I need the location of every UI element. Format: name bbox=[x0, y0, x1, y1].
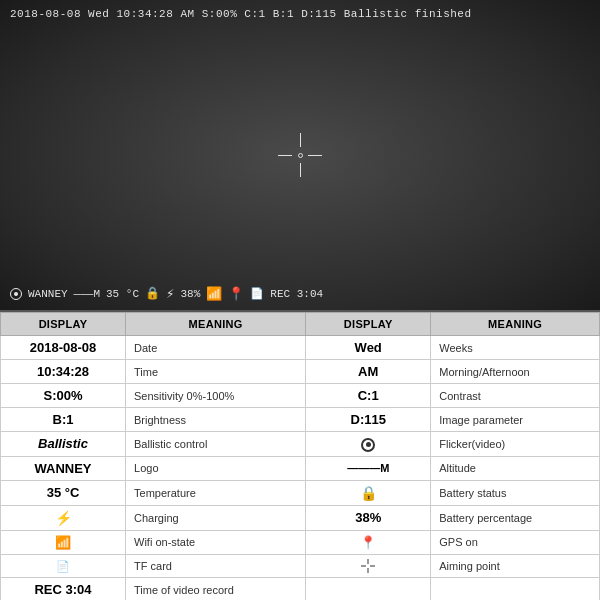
meaning-s00: Sensitivity 0%-100% bbox=[126, 384, 306, 408]
display-am: AM bbox=[306, 360, 431, 384]
crosshair-bottom bbox=[300, 163, 301, 177]
flicker-icon bbox=[361, 438, 375, 452]
th-display2: DISPLAY bbox=[306, 313, 431, 336]
hud-temp: 35 °C bbox=[106, 288, 139, 300]
display-rec: REC 3:04 bbox=[1, 578, 126, 600]
display-c1: C:1 bbox=[306, 384, 431, 408]
meaning-time: Time bbox=[126, 360, 306, 384]
display-temp: 35 °C bbox=[1, 480, 126, 505]
wifi-icon: 📶 bbox=[55, 535, 71, 550]
display-empty bbox=[306, 578, 431, 600]
display-flicker bbox=[306, 432, 431, 457]
meaning-tf: TF card bbox=[126, 554, 306, 578]
gps-icon: 📍 bbox=[360, 535, 376, 550]
meaning-d115: Image parameter bbox=[431, 408, 600, 432]
viewfinder: 2018-08-08 Wed 10:34:28 AM S:00% C:1 B:1… bbox=[0, 0, 600, 310]
display-b1: B:1 bbox=[1, 408, 126, 432]
display-d115: D:115 bbox=[306, 408, 431, 432]
display-s00: S:00% bbox=[1, 384, 126, 408]
crosshair-top bbox=[300, 133, 301, 147]
meaning-wanney: Logo bbox=[126, 456, 306, 480]
table-row: 📄 TF card Aiming point bbox=[1, 554, 600, 578]
table-row: 35 °C Temperature 🔒 Battery status bbox=[1, 480, 600, 505]
hud-wifi-icon: 📶 bbox=[206, 286, 222, 302]
table-row: S:00% Sensitivity 0%-100% C:1 Contrast bbox=[1, 384, 600, 408]
table-header-row: DISPLAY MEANING DISPLAY MEANING bbox=[1, 313, 600, 336]
display-gps-icon: 📍 bbox=[306, 530, 431, 554]
meaning-wifi: Wifi on-state bbox=[126, 530, 306, 554]
th-meaning2: MEANING bbox=[431, 313, 600, 336]
display-wanney: WANNEY bbox=[1, 456, 126, 480]
display-altitude: ———M bbox=[306, 456, 431, 480]
charge-icon: ⚡ bbox=[55, 510, 72, 526]
display-tf-icon: 📄 bbox=[1, 554, 126, 578]
meaning-empty bbox=[431, 578, 600, 600]
meaning-altitude: Altitude bbox=[431, 456, 600, 480]
display-time: 10:34:28 bbox=[1, 360, 126, 384]
aiming-point-icon bbox=[361, 559, 375, 573]
crosshair-center bbox=[298, 153, 303, 158]
meaning-temp: Temperature bbox=[126, 480, 306, 505]
table-row: REC 3:04 Time of video record bbox=[1, 578, 600, 600]
hud-battery-pct: 38% bbox=[180, 288, 200, 300]
meaning-am: Morning/Afternoon bbox=[431, 360, 600, 384]
meaning-date: Date bbox=[126, 336, 306, 360]
hud-gps-icon: 📍 bbox=[228, 286, 244, 302]
hud-circle-icon bbox=[10, 288, 22, 300]
hud-separator: ———M bbox=[74, 288, 100, 300]
display-charge-icon: ⚡ bbox=[1, 505, 126, 530]
info-table: DISPLAY MEANING DISPLAY MEANING 2018-08-… bbox=[0, 312, 600, 600]
table-row: 10:34:28 Time AM Morning/Afternoon bbox=[1, 360, 600, 384]
th-meaning1: MEANING bbox=[126, 313, 306, 336]
meaning-c1: Contrast bbox=[431, 384, 600, 408]
table-row: WANNEY Logo ———M Altitude bbox=[1, 456, 600, 480]
display-battery-icon: 🔒 bbox=[306, 480, 431, 505]
display-date: 2018-08-08 bbox=[1, 336, 126, 360]
display-wifi-icon: 📶 bbox=[1, 530, 126, 554]
display-38pct: 38% bbox=[306, 505, 431, 530]
hud-bottom-bar: WANNEY ———M 35 °C 🔒 ⚡ 38% 📶 📍 📄 REC 3:04 bbox=[10, 285, 590, 302]
hud-top-text: 2018-08-08 Wed 10:34:28 AM S:00% C:1 B:1… bbox=[10, 8, 472, 20]
meaning-ballistic: Ballistic control bbox=[126, 432, 306, 457]
crosshair-right bbox=[308, 155, 322, 156]
crosshair-left bbox=[278, 155, 292, 156]
table-row: 📶 Wifi on-state 📍 GPS on bbox=[1, 530, 600, 554]
hud-battery-icon: 🔒 bbox=[145, 286, 160, 301]
hud-top-bar: 2018-08-08 Wed 10:34:28 AM S:00% C:1 B:1… bbox=[10, 8, 472, 20]
meaning-gps: GPS on bbox=[431, 530, 600, 554]
display-wed: Wed bbox=[306, 336, 431, 360]
th-display1: DISPLAY bbox=[1, 313, 126, 336]
table-row: ⚡ Charging 38% Battery percentage bbox=[1, 505, 600, 530]
hud-tf-icon: 📄 bbox=[250, 287, 264, 300]
meaning-battery: Battery status bbox=[431, 480, 600, 505]
hud-circle-dot bbox=[14, 292, 18, 296]
meaning-b1: Brightness bbox=[126, 408, 306, 432]
display-crosshair-small bbox=[306, 554, 431, 578]
meaning-38pct: Battery percentage bbox=[431, 505, 600, 530]
hud-rec: REC 3:04 bbox=[270, 288, 323, 300]
hud-logo: WANNEY bbox=[28, 288, 68, 300]
meaning-aiming: Aiming point bbox=[431, 554, 600, 578]
battery-icon: 🔒 bbox=[360, 485, 377, 501]
table-row: Ballistic Ballistic control Flicker(vide… bbox=[1, 432, 600, 457]
display-ballistic: Ballistic bbox=[1, 432, 126, 457]
hud-charge-icon: ⚡ bbox=[166, 285, 174, 302]
meaning-rec: Time of video record bbox=[126, 578, 306, 600]
meaning-charging: Charging bbox=[126, 505, 306, 530]
table-row: 2018-08-08 Date Wed Weeks bbox=[1, 336, 600, 360]
info-table-section: DISPLAY MEANING DISPLAY MEANING 2018-08-… bbox=[0, 310, 600, 600]
tf-card-icon: 📄 bbox=[56, 560, 70, 572]
table-row: B:1 Brightness D:115 Image parameter bbox=[1, 408, 600, 432]
meaning-wed: Weeks bbox=[431, 336, 600, 360]
meaning-flicker: Flicker(video) bbox=[431, 432, 600, 457]
